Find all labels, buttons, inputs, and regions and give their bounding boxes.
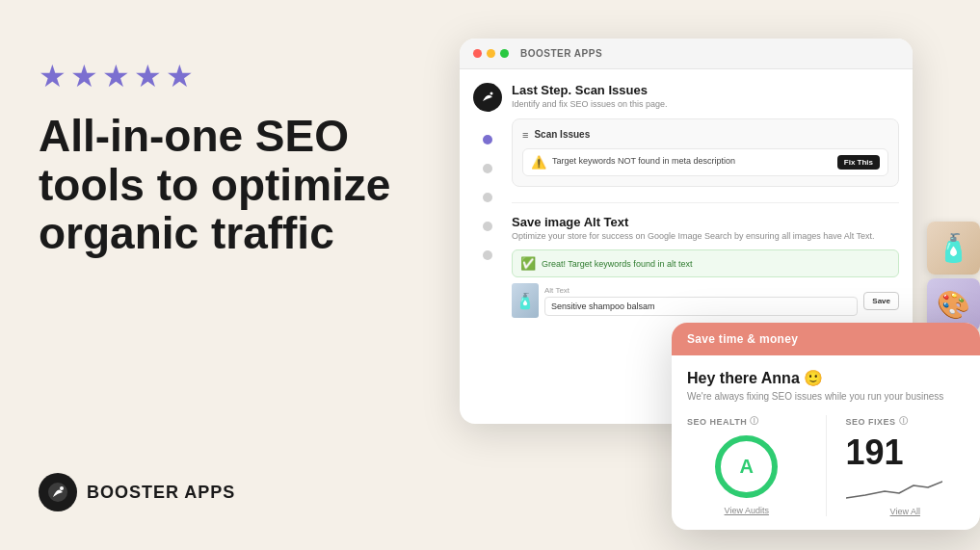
headline-line1: All-in-one SEO <box>39 111 349 161</box>
alt-success-banner: ✅ Great! Target keywords found in alt te… <box>512 249 899 277</box>
alt-input-row: 🧴 Alt Text Sensitive shampoo balsam Save <box>512 283 899 318</box>
info-icon-2: ⓘ <box>899 415 909 428</box>
headline-line2: tools to optimize <box>39 160 390 210</box>
tablet-app-name: BOOSTER APPS <box>520 48 602 59</box>
star-5: ★ <box>166 58 194 94</box>
product-image: 🧴 <box>512 283 539 318</box>
star-3: ★ <box>102 58 130 94</box>
star-2: ★ <box>70 58 98 94</box>
tablet-main-content: Last Step. Scan Issues Identify and fix … <box>512 83 899 318</box>
success-check-icon: ✅ <box>520 256 536 271</box>
tablet-nav <box>473 83 502 318</box>
view-all-link[interactable]: View All <box>846 507 966 516</box>
save-time-card: Save time & money Hey there Anna 🙂 We're… <box>672 323 980 530</box>
traffic-light-green <box>500 49 509 58</box>
alt-success-text: Great! Target keywords found in alt text <box>542 259 692 269</box>
logo-text: BOOSTER APPS <box>87 483 235 503</box>
scan-panel: ≡ Scan Issues ⚠️ Target keywords NOT fou… <box>512 118 899 187</box>
star-1: ★ <box>39 58 66 94</box>
app-icon <box>473 83 502 112</box>
star-4: ★ <box>134 58 162 94</box>
tablet-content: Last Step. Scan Issues Identify and fix … <box>460 69 913 331</box>
seo-fixes-label: SEO FIXES ⓘ <box>846 415 966 428</box>
tablet-header: BOOSTER APPS <box>460 39 913 69</box>
alt-input[interactable]: Sensitive shampoo balsam <box>544 297 858 316</box>
card-header: Save time & money <box>672 323 980 355</box>
scan-title: Last Step. Scan Issues <box>512 83 899 97</box>
headline-line3: organic traffic <box>39 208 334 258</box>
logo-icon <box>39 473 77 511</box>
seo-fixes-metric: SEO FIXES ⓘ 191 View All <box>846 415 966 516</box>
alt-field-group: Alt Text Sensitive shampoo balsam <box>544 286 858 316</box>
alt-field-label: Alt Text <box>544 286 858 295</box>
card-subtitle: We're always fixing SEO issues while you… <box>687 391 965 402</box>
nav-dot-1[interactable] <box>483 135 492 144</box>
alt-desc: Optimize your store for success on Googl… <box>512 231 899 243</box>
svg-point-1 <box>60 486 64 490</box>
seo-health-metric: SEO HEALTH ⓘ A View Audits <box>687 415 807 516</box>
donut-grade: A <box>740 456 754 478</box>
alt-text-section: Save image Alt Text Optimize your store … <box>512 202 899 319</box>
metric-divider <box>826 415 827 516</box>
save-alt-button[interactable]: Save <box>863 292 899 310</box>
issue-text: Target keywords NOT found in meta descri… <box>552 156 832 168</box>
left-section: ★ ★ ★ ★ ★ All-in-one SEO tools to optimi… <box>39 58 424 258</box>
panel-header-text: Scan Issues <box>534 129 590 140</box>
warning-icon: ⚠️ <box>531 155 546 170</box>
nav-dot-3[interactable] <box>483 193 492 202</box>
scan-desc: Identify and fix SEO issues on this page… <box>512 99 899 111</box>
headline: All-in-one SEO tools to optimize organic… <box>39 112 424 258</box>
panel-header: ≡ Scan Issues <box>522 129 888 141</box>
traffic-light-red <box>473 49 482 58</box>
nav-dot-2[interactable] <box>483 164 492 173</box>
panel-header-icon: ≡ <box>522 129 528 141</box>
card-metrics: SEO HEALTH ⓘ A View Audits SEO FIXES <box>687 415 965 516</box>
traffic-lights <box>473 49 509 58</box>
info-icon: ⓘ <box>750 415 759 428</box>
nav-dots <box>473 125 502 260</box>
right-section: BOOSTER APPS <box>431 39 980 530</box>
card-body: Hey there Anna 🙂 We're always fixing SEO… <box>672 355 980 530</box>
view-audits-link[interactable]: View Audits <box>687 506 807 515</box>
nav-dot-4[interactable] <box>483 222 492 231</box>
card-greeting: Hey there Anna 🙂 <box>687 369 965 387</box>
scan-issues-section: Last Step. Scan Issues Identify and fix … <box>512 83 899 187</box>
svg-point-2 <box>490 92 493 95</box>
seo-health-donut: A <box>715 435 778 498</box>
seo-health-label: SEO HEALTH ⓘ <box>687 415 807 428</box>
fix-button[interactable]: Fix This <box>837 155 880 170</box>
traffic-light-yellow <box>487 49 495 58</box>
nav-dot-5[interactable] <box>483 250 492 260</box>
issue-row: ⚠️ Target keywords NOT found in meta des… <box>522 148 888 176</box>
fixes-number: 191 <box>846 435 966 470</box>
fixes-chart <box>846 474 966 503</box>
booster-logo: BOOSTER APPS <box>39 473 235 511</box>
star-rating: ★ ★ ★ ★ ★ <box>39 58 424 94</box>
alt-title: Save image Alt Text <box>512 215 899 229</box>
product-thumb-1: 🧴 <box>927 222 980 275</box>
donut-container: A <box>687 435 807 498</box>
